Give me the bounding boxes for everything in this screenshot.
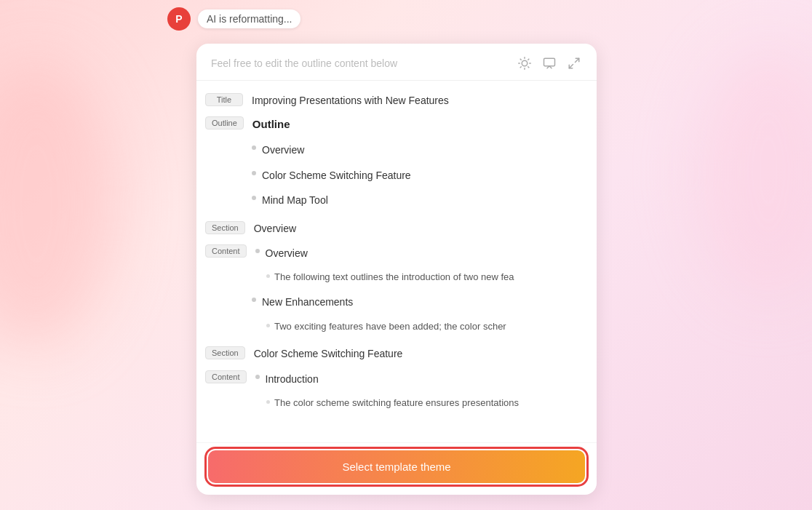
section-color-text: Color Scheme Switching Feature (254, 344, 403, 362)
content-overview-text: Overview (266, 244, 308, 261)
ai-avatar: P (167, 7, 191, 31)
ai-status-text: AI is reformatting... (198, 9, 300, 28)
two-exciting-text: Two exciting features have been added; t… (274, 318, 506, 335)
new-enhancements-row: New Enhancements (196, 288, 597, 313)
section-overview-text: Overview (254, 219, 296, 236)
section-tag-2: Section (205, 346, 245, 359)
content-tag-1: Content (205, 244, 247, 258)
color-scheme-bullet-row: Color Scheme Switching Feature (196, 162, 597, 186)
svg-line-8 (528, 59, 529, 60)
footer-area: Select template theme (196, 442, 597, 495)
following-text-row: The following text outlines the introduc… (196, 264, 597, 288)
avatar-letter: P (175, 13, 182, 25)
background-blob-right (696, 44, 812, 298)
following-text: The following text outlines the introduc… (274, 268, 514, 285)
comment-icon[interactable] (541, 55, 557, 71)
title-tag: Title (205, 93, 243, 106)
svg-line-4 (528, 67, 529, 68)
header-icons (517, 55, 582, 71)
bullet-7 (266, 324, 270, 327)
color-scheme-item: Color Scheme Switching Feature (262, 166, 411, 183)
content-intro-row: Content Introduction (196, 365, 597, 390)
title-row: Title Improving Presentations with New F… (196, 88, 597, 111)
svg-line-3 (520, 59, 521, 60)
content-overview-row: Content Overview (196, 239, 597, 264)
svg-line-11 (569, 65, 573, 68)
bullet-6 (252, 298, 256, 302)
outline-row: Outline Outline (196, 111, 597, 136)
background-blob-left (0, 58, 116, 349)
mind-map-bullet-row: Mind Map Tool (196, 186, 597, 211)
outline-text: Outline (252, 114, 290, 133)
mind-map-item: Mind Map Tool (262, 191, 328, 208)
bullet-3 (252, 196, 256, 200)
select-template-theme-button[interactable]: Select template theme (208, 450, 585, 483)
bullet-4 (255, 249, 260, 253)
section-tag-1: Section (205, 221, 245, 234)
expand-icon[interactable] (566, 55, 582, 71)
svg-line-10 (576, 58, 579, 62)
color-scheme-sub-row: The color scheme switching feature ensur… (196, 390, 597, 414)
bullet-2 (252, 171, 256, 175)
bulb-icon[interactable] (517, 55, 533, 71)
section-overview-row: Section Overview (196, 216, 597, 239)
svg-point-0 (522, 60, 528, 66)
svg-rect-9 (544, 58, 555, 66)
overview-item: Overview (262, 140, 304, 158)
outline-content: Title Improving Presentations with New F… (196, 81, 597, 442)
color-scheme-sub-text: The color scheme switching feature ensur… (274, 394, 519, 411)
ai-status-bar: P AI is reformatting... (167, 7, 300, 31)
panel-placeholder-text: Feel free to edit the outline content be… (211, 57, 397, 69)
section-color-row: Section Color Scheme Switching Feature (196, 341, 597, 364)
bullet-1 (252, 146, 256, 150)
outline-tag: Outline (205, 116, 244, 130)
content-tag-2: Content (205, 370, 247, 383)
content-intro-text: Introduction (266, 370, 319, 387)
two-exciting-row: Two exciting features have been added; t… (196, 314, 597, 338)
new-enhancements-text: New Enhancements (262, 292, 353, 310)
panel-header: Feel free to edit the outline content be… (196, 44, 597, 81)
svg-line-7 (520, 67, 521, 68)
bullet-5 (266, 274, 270, 278)
title-text: Improving Presentations with New Feature… (252, 91, 449, 108)
overview-bullet-row: Overview (196, 136, 597, 161)
main-panel: Feel free to edit the outline content be… (196, 44, 597, 495)
bullet-9 (266, 400, 270, 404)
bullet-8 (255, 375, 260, 379)
